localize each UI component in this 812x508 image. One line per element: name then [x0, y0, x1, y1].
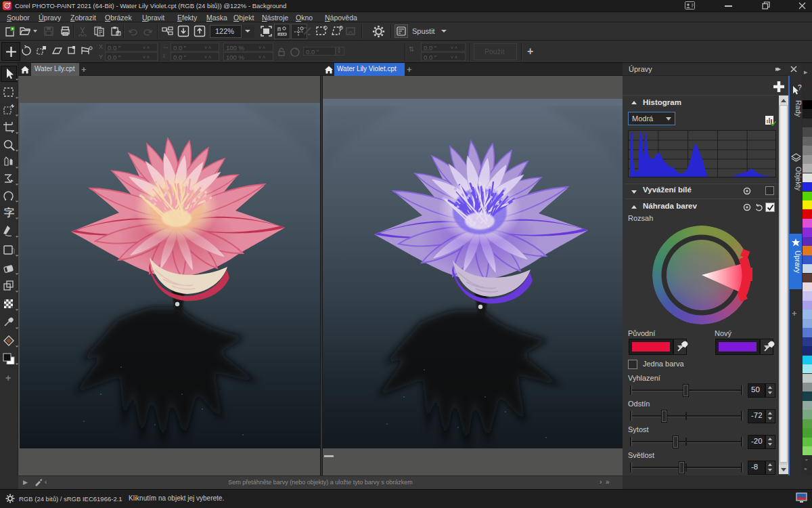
svg-text:字: 字 — [4, 207, 14, 218]
